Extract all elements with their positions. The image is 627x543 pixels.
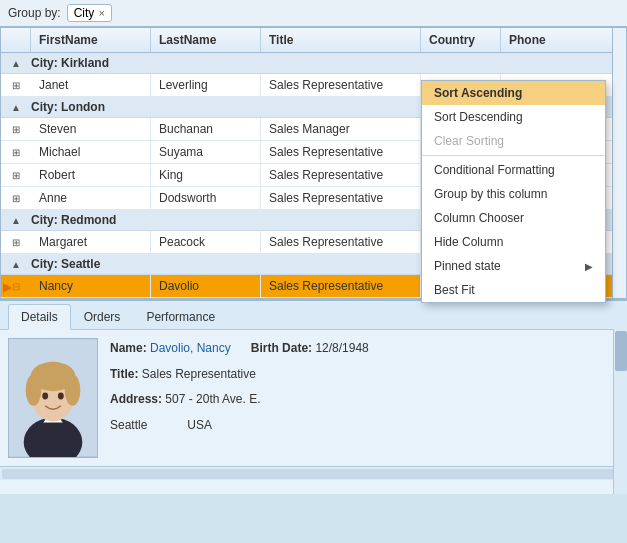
menu-item-clear-sorting: Clear Sorting (422, 129, 605, 153)
bottom-scrollbar-track (2, 469, 625, 479)
cell-lastname: King (151, 164, 261, 186)
svg-point-6 (26, 375, 42, 406)
col-header-firstname[interactable]: FirstName (31, 28, 151, 52)
person-avatar-svg (9, 339, 97, 457)
tab-performance[interactable]: Performance (133, 304, 228, 329)
row-expand-icon[interactable]: ⊞ (1, 187, 31, 209)
menu-item-label: Group by this column (434, 187, 547, 201)
detail-address-row: Address: 507 - 20th Ave. E. (110, 389, 619, 411)
cell-title: Sales Representative (261, 164, 421, 186)
cell-lastname: Suyama (151, 141, 261, 163)
city-value: Seattle (110, 415, 147, 437)
menu-item-sort-asc[interactable]: Sort Ascending (422, 81, 605, 105)
col-header-country[interactable]: Country (421, 28, 501, 52)
cell-lastname: Peacock (151, 231, 261, 253)
name-value: Davolio, Nancy (150, 341, 231, 355)
detail-bottom-scrollbar[interactable] (0, 466, 627, 480)
menu-item-label: Best Fit (434, 283, 475, 297)
group-expand-icon[interactable]: ▲ (1, 102, 31, 113)
group-tag-text: City (74, 6, 95, 20)
menu-item-best-fit[interactable]: Best Fit (422, 278, 605, 302)
menu-item-pinned-state[interactable]: Pinned state ▶ (422, 254, 605, 278)
row-expand-icon[interactable]: ⊞ (1, 141, 31, 163)
detail-content: Name: Davolio, Nancy Birth Date: 12/8/19… (0, 330, 627, 466)
menu-item-label: Sort Ascending (434, 86, 522, 100)
menu-separator (422, 155, 605, 156)
title-field: Title: Sales Representative (110, 364, 256, 386)
cell-lastname: Buchanan (151, 118, 261, 140)
svg-point-9 (58, 393, 64, 400)
group-label-kirkland: City: Kirkland (31, 56, 626, 70)
group-row-kirkland[interactable]: ▲ City: Kirkland (1, 53, 626, 74)
svg-point-7 (65, 375, 81, 406)
cell-lastname: Dodsworth (151, 187, 261, 209)
cell-firstname: Margaret (31, 231, 151, 253)
cell-title: Sales Manager (261, 118, 421, 140)
address-field: Address: 507 - 20th Ave. E. (110, 389, 261, 411)
col-header-expand (1, 28, 31, 52)
data-grid: FirstName LastName Title Country Phone ▲… (0, 27, 627, 299)
group-expand-icon[interactable]: ▲ (1, 58, 31, 69)
detail-scrollbar[interactable] (613, 329, 627, 494)
country-value: USA (187, 415, 212, 437)
tab-orders[interactable]: Orders (71, 304, 134, 329)
group-by-label: Group by: (8, 6, 61, 20)
cell-firstname: Steven (31, 118, 151, 140)
menu-item-label: Clear Sorting (434, 134, 504, 148)
cell-lastname-nancy: Davolio (151, 275, 261, 297)
row-expand-icon[interactable]: ⊞ (1, 164, 31, 186)
group-bar: Group by: City × (0, 0, 627, 27)
cell-title-nancy: Sales Representative (261, 275, 421, 297)
birthdate-field: Birth Date: 12/8/1948 (251, 338, 369, 360)
cell-firstname: Robert (31, 164, 151, 186)
cell-firstname: Anne (31, 187, 151, 209)
menu-item-label: Hide Column (434, 235, 503, 249)
address-value: 507 - 20th Ave. E. (165, 392, 260, 406)
tab-details[interactable]: Details (8, 304, 71, 330)
detail-name-row: Name: Davolio, Nancy Birth Date: 12/8/19… (110, 338, 619, 360)
person-photo (8, 338, 98, 458)
col-header-phone[interactable]: Phone (501, 28, 601, 52)
detail-tabs: Details Orders Performance (0, 301, 627, 330)
title-value: Sales Representative (142, 367, 256, 381)
name-label: Name: Davolio, Nancy (110, 338, 231, 360)
menu-item-label: Sort Descending (434, 110, 523, 124)
menu-item-label: Column Chooser (434, 211, 524, 225)
cell-title: Sales Representative (261, 187, 421, 209)
cell-lastname: Leverling (151, 74, 261, 96)
group-expand-icon[interactable]: ▲ (1, 215, 31, 226)
group-expand-icon[interactable]: ▲ (1, 259, 31, 270)
row-expand-icon[interactable]: ⊞ (1, 118, 31, 140)
menu-item-label: Pinned state (434, 259, 501, 273)
cell-firstname: Michael (31, 141, 151, 163)
row-arrow-icon: ▶ (3, 281, 15, 293)
cell-title: Sales Representative (261, 231, 421, 253)
menu-item-conditional-formatting[interactable]: Conditional Formatting (422, 158, 605, 182)
grid-scrollbar[interactable] (612, 28, 626, 298)
cell-title: Sales Representative (261, 141, 421, 163)
cell-title: Sales Representative (261, 74, 421, 96)
detail-title-row: Title: Sales Representative (110, 364, 619, 386)
menu-item-label: Conditional Formatting (434, 163, 555, 177)
detail-scrollbar-thumb[interactable] (615, 331, 627, 371)
detail-panel: Details Orders Performance (0, 299, 627, 494)
submenu-arrow-icon: ▶ (585, 261, 593, 272)
menu-item-hide-column[interactable]: Hide Column (422, 230, 605, 254)
context-menu: Sort Ascending Sort Descending Clear Sor… (421, 80, 606, 303)
detail-info: Name: Davolio, Nancy Birth Date: 12/8/19… (110, 338, 619, 458)
group-tag-close-icon[interactable]: × (98, 8, 104, 19)
grid-header: FirstName LastName Title Country Phone (1, 28, 626, 53)
cell-firstname: Janet (31, 74, 151, 96)
birthdate-value: 12/8/1948 (315, 341, 368, 355)
menu-item-sort-desc[interactable]: Sort Descending (422, 105, 605, 129)
detail-city-row: Seattle USA (110, 415, 619, 437)
menu-item-column-chooser[interactable]: Column Chooser (422, 206, 605, 230)
row-expand-icon[interactable]: ⊞ (1, 74, 31, 96)
group-tag-city[interactable]: City × (67, 4, 112, 22)
menu-item-group-by-column[interactable]: Group by this column (422, 182, 605, 206)
svg-point-8 (42, 393, 48, 400)
col-header-lastname[interactable]: LastName (151, 28, 261, 52)
cell-firstname-nancy: Nancy (31, 275, 151, 297)
row-expand-icon[interactable]: ⊞ (1, 231, 31, 253)
col-header-title[interactable]: Title (261, 28, 421, 52)
